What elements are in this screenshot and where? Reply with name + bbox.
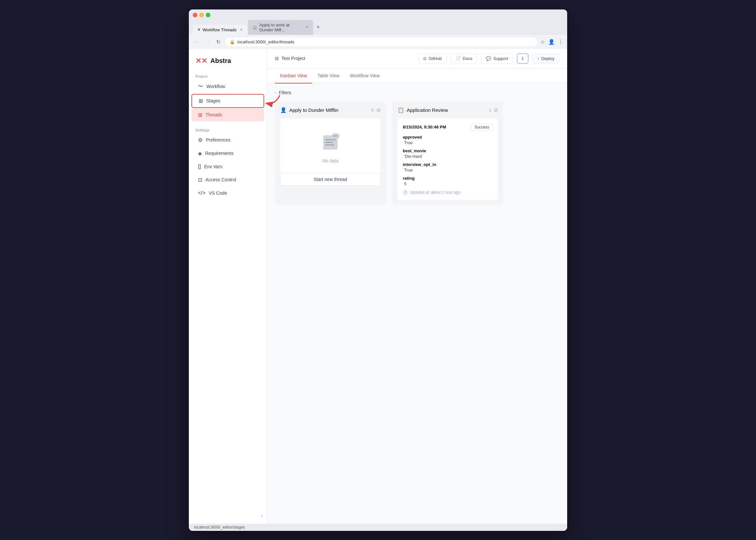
kanban-column-apply: 👤 Apply to Dunder Mifflin 0 ⊘	[275, 102, 386, 205]
tab-label-dunder: Apply to work at Dunder Miff...	[259, 23, 302, 32]
back-button[interactable]: ←	[193, 38, 201, 46]
tab-workflow-view[interactable]: Workflow View	[345, 68, 385, 83]
env-vars-icon: []	[198, 164, 201, 170]
docs-button[interactable]: 📄 Docs	[451, 54, 478, 64]
sidebar-item-vs-code[interactable]: </> VS Code	[192, 187, 264, 199]
column-actions-apply[interactable]: ⊘	[377, 107, 380, 113]
column-title-apply: Apply to Dunder Mifflin	[289, 107, 339, 113]
column-title-group-apply: 👤 Apply to Dunder Mifflin	[280, 107, 339, 113]
thread-card: 8/15/2024, 9:30:46 PM Success approved T…	[397, 118, 498, 200]
tab-label: Workflow Threads	[203, 27, 236, 32]
no-data-svg	[319, 129, 342, 153]
vs-code-icon: </>	[198, 190, 206, 196]
info-button[interactable]: ℹ	[517, 54, 529, 64]
forward-button[interactable]: →	[204, 38, 212, 46]
tab-dunder-mifflin[interactable]: 🏢 Apply to work at Dunder Miff... ✕	[248, 20, 313, 35]
tooltip-bar: localhost:3000/_editor/stages	[189, 524, 567, 531]
field-label-best-movie: best_movie	[403, 148, 493, 153]
updated-at: 🕐 Updated at: about 1 hour ago	[403, 190, 493, 195]
support-icon: 💬	[486, 56, 491, 61]
svg-rect-2	[325, 139, 336, 140]
column-icon-review: 📋	[397, 107, 404, 113]
traffic-light-red[interactable]	[193, 13, 197, 17]
tooltip-url: localhost:3000/_editor/stages	[194, 525, 245, 530]
svg-point-8	[337, 135, 338, 137]
thread-field-rating: rating 5	[403, 176, 493, 186]
sidebar-item-threads[interactable]: ⊞ Threads	[192, 109, 264, 121]
tab-table-view[interactable]: Table View	[312, 68, 344, 83]
requirements-icon: ◈	[198, 150, 202, 157]
preferences-icon: ⚙	[198, 137, 203, 143]
tab-kanban-view[interactable]: Kanban View	[275, 68, 312, 83]
sidebar: ✕✕ Abstra Project 〜 Workflow ⊞ Stages	[189, 49, 267, 524]
sidebar-item-stages[interactable]: ⊞ Stages	[192, 94, 264, 108]
column-header-review: 📋 Application Review 1 ⊘	[397, 107, 498, 113]
sidebar-logo: ✕✕ Abstra	[189, 54, 267, 72]
svg-point-6	[333, 135, 335, 137]
project-section-label: Project	[189, 72, 267, 79]
deploy-label: Deploy	[541, 56, 554, 61]
sidebar-collapse-button[interactable]: ‹	[261, 513, 263, 518]
column-title-review: Application Review	[407, 107, 448, 113]
profile-icon[interactable]: 👤	[548, 39, 555, 45]
tab-close-btn[interactable]: ✕	[240, 28, 243, 32]
top-bar: ⊟ Test Project ⊙ GitHub 📄 Docs 💬 Support	[267, 49, 567, 68]
logo-icon: ✕✕	[195, 57, 207, 65]
sidebar-item-preferences[interactable]: ⚙ Preferences	[192, 134, 264, 146]
field-label-interview: interview_opt_in	[403, 162, 493, 167]
traffic-light-yellow[interactable]	[199, 13, 204, 17]
deploy-button[interactable]: ↑ Deploy	[532, 54, 559, 64]
svg-rect-4	[325, 144, 334, 145]
field-value-interview: True	[403, 168, 493, 173]
column-actions-review[interactable]: ⊘	[494, 107, 498, 113]
new-tab-button[interactable]: +	[314, 23, 323, 32]
sidebar-item-requirements[interactable]: ◈ Requirements	[192, 147, 264, 160]
filters-row[interactable]: › Filters	[275, 90, 559, 95]
github-label: GitHub	[428, 56, 442, 61]
no-data-card: No data	[280, 118, 380, 173]
no-data-illustration	[317, 128, 344, 154]
sidebar-item-access-control[interactable]: ⊡ Access Control	[192, 174, 264, 186]
app-container: ✕✕ Abstra Project 〜 Workflow ⊞ Stages	[189, 49, 567, 524]
tab-workflow-label: Workflow View	[350, 73, 379, 78]
docs-label: Docs	[463, 56, 473, 61]
sidebar-item-workflow-label: Workflow	[207, 84, 225, 89]
sidebar-item-threads-label: Threads	[206, 112, 222, 117]
sidebar-item-stages-label: Stages	[206, 98, 221, 103]
thread-field-best-movie: best_movie 'Die Hard'	[403, 148, 493, 159]
no-data-text: No data	[322, 158, 338, 163]
support-button[interactable]: 💬 Support	[481, 54, 513, 64]
docs-icon: 📄	[456, 56, 461, 61]
menu-icon[interactable]: ⋮	[558, 39, 563, 45]
thread-date: 8/15/2024, 9:30:46 PM	[403, 125, 446, 129]
url-text: localhost:3000/_editor/threads	[237, 40, 294, 44]
column-title-group-review: 📋 Application Review	[397, 107, 448, 113]
thread-field-approved: approved True	[403, 135, 493, 145]
start-thread-button[interactable]: Start new thread	[280, 173, 380, 186]
field-value-approved: True	[403, 140, 493, 145]
tab-workflow-threads[interactable]: ✕ Workflow Threads ✕	[193, 25, 247, 35]
project-icon: ⊟	[275, 56, 279, 61]
reload-button[interactable]: ↻	[215, 38, 222, 46]
svg-rect-3	[325, 142, 333, 143]
svg-point-7	[335, 135, 336, 137]
deploy-icon: ↑	[537, 56, 539, 61]
tab-icon-close: ✕	[197, 27, 201, 32]
star-icon[interactable]: ☆	[540, 39, 545, 45]
sidebar-item-workflow[interactable]: 〜 Workflow	[192, 80, 264, 93]
column-count-apply: 0	[372, 108, 374, 112]
view-tabs: Kanban View Table View Workflow View	[267, 68, 567, 83]
tab-close-dunder[interactable]: ✕	[306, 25, 309, 29]
github-button[interactable]: ⊙ GitHub	[418, 54, 446, 64]
top-bar-actions: ⊙ GitHub 📄 Docs 💬 Support ℹ	[418, 54, 559, 64]
tab-icon-dunder: 🏢	[252, 25, 257, 30]
column-header-apply: 👤 Apply to Dunder Mifflin 0 ⊘	[280, 107, 380, 113]
kanban-columns: 👤 Apply to Dunder Mifflin 0 ⊘	[275, 102, 559, 205]
kanban-area: › Filters 👤 Apply to Dunder Mifflin	[267, 83, 567, 524]
sidebar-item-env-vars[interactable]: [] Env Vars	[192, 160, 264, 173]
traffic-light-green[interactable]	[206, 13, 210, 17]
project-name: Test Project	[281, 56, 305, 61]
url-field[interactable]: 🔒 localhost:3000/_editor/threads	[225, 38, 537, 46]
address-bar: ← → ↻ 🔒 localhost:3000/_editor/threads ☆…	[189, 35, 567, 49]
toolbar-icons: ☆ 👤 ⋮	[540, 39, 563, 45]
